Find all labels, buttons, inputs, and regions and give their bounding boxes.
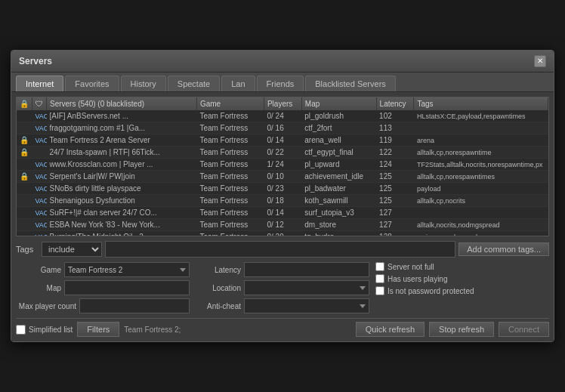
not-password-checkbox[interactable] (375, 286, 384, 295)
server-list[interactable]: 🔒 🛡 Servers (540) (0 blacklisted) Game P… (16, 97, 549, 236)
location-select[interactable] (244, 280, 369, 295)
header-lock[interactable]: 🔒 (17, 97, 32, 110)
tab-spectate[interactable]: Spectate (168, 76, 220, 91)
simplified-list-row: Simplified list (16, 325, 73, 335)
tags-cell: HLstatsX:CE,payload,respawntimes (414, 110, 548, 122)
name-cell: Shenanigous Dysfunction (47, 195, 197, 207)
tab-friends[interactable]: Friends (257, 76, 304, 91)
table-row[interactable]: 🔒 VAC Serpent's Lair|W/ PW|join Team For… (17, 171, 548, 183)
header-vac[interactable]: 🛡 (32, 97, 47, 110)
lock-cell (17, 219, 32, 231)
tags-input[interactable] (105, 241, 455, 258)
status-text: Team Fortress 2; (124, 326, 350, 334)
tab-internet[interactable]: Internet (16, 76, 63, 91)
bottom-row: Simplified list Filters Team Fortress 2;… (16, 318, 549, 337)
tab-history[interactable]: History (121, 76, 166, 91)
vac-cell: VAC (32, 231, 47, 237)
tags-cell (414, 207, 548, 219)
game-select[interactable]: Team Fortress 2 (64, 262, 190, 277)
latency-input[interactable] (244, 262, 369, 277)
map-cell: tq_hydro (301, 231, 376, 237)
name-cell: fraggotgaming.com #1 |Ga... (47, 122, 197, 134)
close-button[interactable]: ✕ (534, 55, 546, 67)
table-row[interactable]: VAC SuRF+!|# clan server 24/7 CO... Team… (17, 207, 548, 219)
table-row[interactable]: 🔒 VAC Team Fortress 2 Arena Server Team … (17, 134, 548, 147)
vac-cell (32, 147, 47, 159)
latency-cell: 119 (376, 134, 414, 147)
game-cell: Team Fortress (196, 159, 264, 171)
game-cell: Team Fortress (196, 183, 264, 195)
vac-cell: VAC (32, 219, 47, 231)
game-cell: Team Fortress (196, 195, 264, 207)
server-not-full-checkbox[interactable] (375, 262, 384, 271)
location-filter-row: Location (196, 280, 369, 295)
map-cell: achievement_idle (301, 171, 376, 183)
servers-dialog: Servers ✕ Internet Favorites History Spe… (11, 50, 554, 342)
map-input[interactable] (64, 280, 190, 295)
tab-blacklisted[interactable]: Blacklisted Servers (305, 76, 396, 91)
players-cell: 0/ 14 (264, 134, 301, 147)
tags-cell: alltalk,cp,nocrits (414, 195, 548, 207)
players-cell: 0/ 18 (264, 195, 301, 207)
anticheat-select[interactable] (244, 298, 369, 313)
game-cell: Team Fortress (196, 134, 264, 147)
vac-cell: VAC (32, 122, 47, 134)
filter-col-1: Game Team Fortress 2 Map Max player coun… (16, 262, 190, 313)
table-row[interactable]: VAC [AIF] AnBServers.net ... Team Fortre… (17, 110, 548, 122)
latency-cell: 113 (376, 122, 414, 134)
tab-lan[interactable]: Lan (221, 76, 255, 91)
name-cell: www.Krossclan.com | Player ... (47, 159, 197, 171)
table-row[interactable]: VAC www.Krossclan.com | Player ... Team … (17, 159, 548, 171)
players-cell: 0/ 16 (264, 122, 301, 134)
tags-filter-row: Tags include exclude Add common tags... (16, 241, 549, 258)
header-game[interactable]: Game (196, 97, 264, 110)
maxplayer-input[interactable] (79, 298, 190, 313)
stop-refresh-button[interactable]: Stop refresh (429, 322, 494, 337)
header-latency[interactable]: Latency (376, 97, 414, 110)
name-cell: ESBA New York '83 - New York... (47, 219, 197, 231)
game-cell: Team Fortress (196, 171, 264, 183)
tags-mode-select[interactable]: include exclude (42, 242, 102, 257)
lock-cell (17, 122, 32, 134)
table-row[interactable]: VAC Shenanigous Dysfunction Team Fortres… (17, 195, 548, 207)
table-row[interactable]: VAC fraggotgaming.com #1 |Ga... Team For… (17, 122, 548, 134)
map-label: Map (16, 284, 61, 292)
game-cell: Team Fortress (196, 231, 264, 237)
vac-cell: VAC (32, 207, 47, 219)
main-content: 🔒 🛡 Servers (540) (0 blacklisted) Game P… (11, 92, 554, 341)
anticheat-filter-row: Anti-cheat (196, 298, 369, 313)
name-cell: 24/7 Insta-spawn | RTF| 66Tick... (47, 147, 197, 159)
add-tags-button[interactable]: Add common tags... (458, 242, 549, 256)
lock-cell (17, 110, 32, 122)
header-name[interactable]: Servers (540) (0 blacklisted) (47, 97, 197, 110)
lock-cell (17, 207, 32, 219)
vac-cell: VAC (32, 134, 47, 147)
server-not-full-label: Server not full (387, 263, 434, 271)
filters-button[interactable]: Filters (77, 322, 119, 337)
tab-favorites[interactable]: Favorites (65, 76, 119, 91)
simplified-list-checkbox[interactable] (16, 325, 26, 335)
quick-refresh-button[interactable]: Quick refresh (356, 322, 425, 337)
game-cell: Team Fortress (196, 122, 264, 134)
has-users-playing-checkbox[interactable] (375, 274, 384, 283)
players-cell: 1/ 24 (264, 159, 301, 171)
tags-cell: TF2Stats,alltalk,nocrits,norespawntime,p… (414, 159, 548, 171)
connect-button[interactable]: Connect (499, 322, 549, 337)
header-tags[interactable]: Tags (414, 97, 548, 110)
map-filter-row: Map (16, 280, 190, 295)
checkbox-col: Server not full Has users playing Is not… (375, 262, 549, 313)
table-row[interactable]: VAC SNoBs dirty little playspace Team Fo… (17, 183, 548, 195)
header-players[interactable]: Players (264, 97, 301, 110)
not-password-label: Is not password protected (387, 287, 474, 295)
location-label: Location (196, 284, 241, 292)
table-row[interactable]: VAC ESBA New York '83 - New York... Team… (17, 219, 548, 231)
tags-cell: cp,increased_maxplayers (414, 231, 548, 237)
server-rows: VAC [AIF] AnBServers.net ... Team Fortre… (17, 110, 548, 236)
tags-cell: arena (414, 134, 548, 147)
filters-grid: Game Team Fortress 2 Map Max player coun… (16, 262, 549, 313)
table-row[interactable]: 🔒 24/7 Insta-spawn | RTF| 66Tick... Team… (17, 147, 548, 159)
table-row[interactable]: VAC Burning|The Midnight Oil - 2... Team… (17, 231, 548, 237)
game-cell: Team Fortress (196, 219, 264, 231)
header-map[interactable]: Map (301, 97, 376, 110)
vac-cell: VAC (32, 171, 47, 183)
